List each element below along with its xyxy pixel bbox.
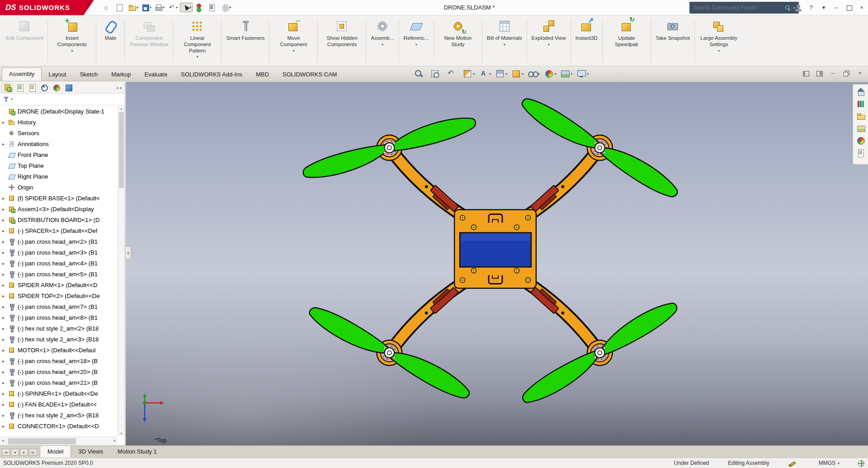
expand-arrow-icon[interactable]: ▸ — [2, 424, 8, 429]
expand-arrow-icon[interactable]: ▸ — [2, 315, 8, 320]
dropdown-caret-icon[interactable]: ▾ — [489, 72, 491, 76]
dropdown-caret-icon[interactable]: ▾ — [137, 5, 138, 9]
ribbon-button[interactable]: Take Snapshot ▾ — [652, 18, 693, 65]
expand-arrow-icon[interactable]: ▸ — [2, 391, 8, 396]
tab-scroll-prev-icon[interactable]: ◂ — [11, 449, 19, 456]
tree-vertical-scrollbar[interactable]: ▴ ▾ — [118, 106, 125, 436]
quick-access-button[interactable]: ↶ ▾ — [167, 3, 179, 12]
tree-item[interactable]: ▸ (-) pan cross head_am<18> (B — [0, 355, 118, 366]
command-tab[interactable]: MBD — [249, 68, 276, 81]
spinner[interactable] — [594, 142, 606, 154]
dropdown-caret-icon[interactable]: ▾ — [505, 72, 507, 76]
tree-item[interactable]: ▸ (-) pan cross head_am<8> (B1 — [0, 312, 118, 323]
dropdown-caret-icon[interactable]: ▾ — [292, 49, 294, 53]
dropdown-caret-icon[interactable]: ▾ — [196, 55, 198, 59]
tree-item[interactable]: ▸ Front Plane — [0, 149, 118, 160]
panel-tab[interactable] — [14, 83, 25, 92]
tree-item[interactable]: ▸ (-) SPINNER<1> (Default<<De — [0, 388, 118, 399]
tree-item[interactable]: ▸ CONNECTOR<1> (Default<<D — [0, 421, 118, 431]
command-tab[interactable]: Layout — [42, 68, 73, 81]
tree-item[interactable]: ▸ (-) pan cross head_am<4> (B1 — [0, 258, 118, 269]
doc-restore-icon[interactable] — [843, 70, 850, 77]
command-tab[interactable]: Assembly — [2, 67, 42, 81]
ribbon-button[interactable]: Bill of Materials ▾ — [484, 18, 525, 65]
expand-arrow-icon[interactable]: ▸ — [2, 359, 8, 364]
expand-arrow-icon[interactable]: ▸ — [2, 380, 8, 385]
expand-arrow-icon[interactable]: ▸ — [2, 283, 8, 288]
units-caret-icon[interactable]: ▾ — [838, 461, 840, 465]
dropdown-caret-icon[interactable]: ▾ — [163, 5, 165, 9]
ribbon-button[interactable]: Linear Component Pattern ▾ — [175, 18, 220, 65]
dropdown-caret-icon[interactable]: ▾ — [504, 43, 505, 47]
panel-tab[interactable] — [51, 83, 61, 92]
tree-item[interactable]: ▸ Annotations — [0, 138, 118, 149]
dropdown-caret-icon[interactable]: ▾ — [176, 5, 178, 9]
tree-item[interactable]: ▸ (-) pan cross head_am<21> (B — [0, 377, 118, 388]
tree-item[interactable]: ▸ (-) FAN BLADE<1> (Default<< — [0, 399, 118, 410]
quick-access-button[interactable]: ▾ — [194, 3, 206, 12]
expand-arrow-icon[interactable]: ▸ — [2, 293, 8, 298]
quick-access-button[interactable]: ▾ — [127, 3, 139, 12]
dropdown-caret-icon[interactable]: ▾ — [571, 72, 572, 76]
dropdown-caret-icon[interactable]: ▾ — [229, 5, 231, 9]
quick-access-button[interactable]: ▾ — [154, 3, 165, 12]
panel-tab-scroll-right-icon[interactable]: ▸ — [120, 85, 122, 90]
dropdown-caret-icon[interactable]: ▾ — [415, 43, 417, 47]
quick-access-button[interactable]: ▾ — [207, 3, 219, 12]
ribbon-button[interactable]: Component Preview Window ▾ — [126, 18, 171, 65]
command-tab[interactable]: SOLIDWORKS Add-Ins — [174, 68, 249, 81]
dropdown-caret-icon[interactable]: ▾ — [718, 49, 720, 53]
dropdown-caret-icon[interactable]: ▾ — [189, 5, 191, 9]
document-tab[interactable]: Motion Study 1 — [110, 446, 164, 458]
appearances-tab-icon[interactable] — [856, 136, 865, 145]
expand-arrow-icon[interactable]: ▸ — [2, 239, 8, 244]
heads-up-button[interactable]: ▾ — [576, 69, 589, 79]
expand-arrow-icon[interactable]: ▸ — [2, 228, 8, 233]
expand-arrow-icon[interactable]: ▸ — [2, 402, 8, 407]
expand-arrow-icon[interactable]: ▸ — [2, 196, 8, 201]
tree-item[interactable]: ▸ Top Plane — [0, 160, 118, 171]
ribbon-button[interactable]: Mate ▾ — [98, 18, 123, 65]
close-icon[interactable]: × — [858, 4, 865, 11]
dropdown-caret-icon[interactable]: ▾ — [382, 43, 383, 47]
tree-item[interactable]: ▸ (-) SPACER<1> (Default<<Def — [0, 225, 118, 236]
expand-arrow-icon[interactable]: ▸ — [2, 326, 8, 331]
expand-arrow-icon[interactable]: ▸ — [2, 142, 8, 147]
quick-access-button[interactable]: ⌂ ▾ — [101, 3, 113, 12]
expand-arrow-icon[interactable]: ▸ — [2, 217, 8, 222]
ribbon-button[interactable]: Insert Components ▾ — [49, 18, 94, 65]
ribbon-button[interactable]: Smart Fasteners ▾ — [223, 18, 268, 65]
expand-arrow-icon[interactable]: ▸ — [2, 272, 8, 277]
tree-item[interactable]: ▸ (-) pan cross head_am<20> (B — [0, 366, 118, 377]
spinner[interactable] — [594, 347, 606, 359]
dropdown-caret-icon[interactable]: ▾ — [150, 5, 151, 9]
units-selector[interactable]: MMGS ▾ — [819, 460, 840, 466]
panel-tab-scroll-left-icon[interactable]: ◂ — [116, 85, 118, 90]
panel-tab[interactable] — [63, 83, 74, 92]
spinner[interactable] — [383, 347, 395, 359]
heads-up-button[interactable]: ▾ — [495, 69, 507, 79]
custom-properties-icon[interactable] — [856, 148, 865, 157]
graphics-viewport[interactable]: *Top — [126, 82, 868, 445]
command-tab[interactable]: Evaluate — [138, 68, 175, 81]
dropdown-caret-icon[interactable]: ▾ — [587, 72, 589, 76]
tree-item[interactable]: ▸ Sensors — [0, 128, 118, 138]
edit-sketch-icon[interactable] — [788, 460, 795, 467]
quick-access-button[interactable]: ▾ — [114, 3, 126, 12]
tree-item[interactable]: ▸ Origin — [0, 182, 118, 193]
tree-item[interactable]: ▸ SPIDER ARM<1> (Default<<D — [0, 279, 118, 290]
tree-item[interactable]: ▸ DISTRIBUTION BOARD<1> (D — [0, 214, 118, 225]
heads-up-button[interactable]: ▾ — [479, 69, 491, 79]
heads-up-button[interactable]: ▾ — [511, 69, 524, 79]
expand-arrow-icon[interactable]: ▸ — [2, 304, 8, 309]
document-tab[interactable]: Model — [40, 445, 71, 458]
panel-tab[interactable] — [38, 83, 49, 92]
scrollbar-thumb[interactable] — [119, 112, 124, 188]
expand-arrow-icon[interactable]: ▸ — [2, 120, 8, 125]
tree-item[interactable]: ▸ History — [0, 117, 118, 128]
panel-collapse-handle[interactable]: ◂ — [125, 246, 131, 259]
scroll-right-icon[interactable]: ▸ — [113, 438, 116, 443]
tree-item[interactable]: ▸ (-) pan cross head_am<7> (B1 — [0, 301, 118, 312]
tree-item[interactable]: ▸ (-) hex nut style 2_am<3> (B18 — [0, 334, 118, 345]
document-tab[interactable]: 3D Views — [71, 446, 110, 458]
